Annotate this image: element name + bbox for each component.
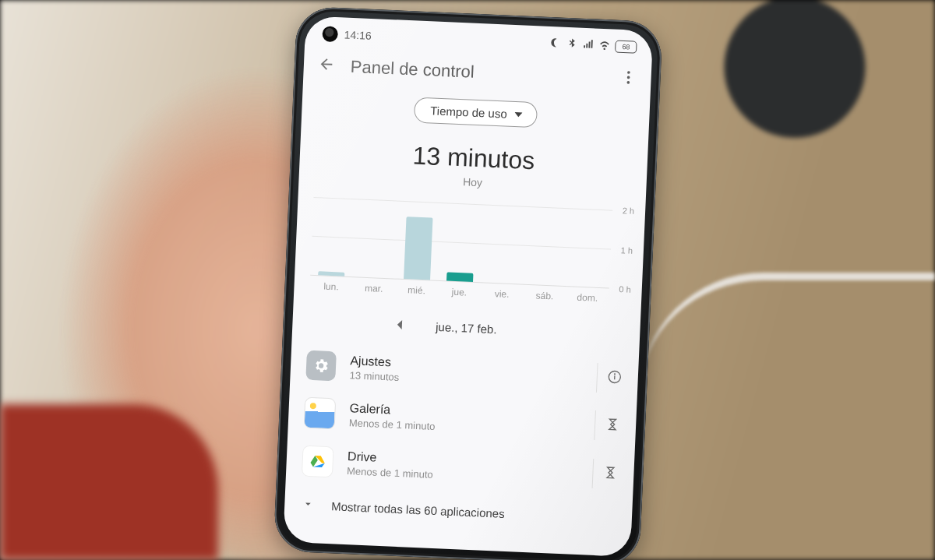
svg-point-2 <box>626 81 630 84</box>
chart-x-tick: vie. <box>481 287 524 300</box>
usage-chart[interactable]: 0 h1 h2 h <box>310 197 634 290</box>
battery-icon: 68 <box>615 41 637 54</box>
show-all-apps-label: Mostrar todas las 60 aplicaciones <box>331 499 505 520</box>
chevron-down-icon <box>302 498 315 513</box>
chart-bar[interactable] <box>574 287 601 287</box>
overflow-menu-button[interactable] <box>619 69 637 90</box>
status-time: 14:16 <box>344 28 372 42</box>
metric-selector-label: Tiempo de uso <box>430 104 507 120</box>
back-button[interactable] <box>317 55 335 76</box>
bluetooth-icon <box>566 37 578 52</box>
chart-bar[interactable] <box>489 283 516 284</box>
chart-bar[interactable] <box>404 217 432 280</box>
svg-point-0 <box>627 71 630 74</box>
hourglass-icon[interactable] <box>602 464 619 484</box>
chart-x-tick: jue. <box>438 286 481 298</box>
screen: 14:16 68 <box>283 16 653 557</box>
dnd-icon <box>549 37 562 51</box>
sleeve <box>0 404 218 560</box>
chart-y-tick: 0 h <box>619 284 631 294</box>
current-date-label: jue., 17 feb. <box>436 320 497 336</box>
battery-level: 68 <box>622 44 630 51</box>
settings-app-icon <box>305 350 337 382</box>
chart-x-tick: dom. <box>566 291 609 304</box>
chart-bar[interactable] <box>532 284 559 285</box>
drive-app-icon <box>302 446 334 478</box>
chart-bar[interactable] <box>446 272 473 281</box>
hourglass-icon[interactable] <box>605 416 621 435</box>
chart-y-tick: 1 h <box>620 245 633 255</box>
metric-selector[interactable]: Tiempo de uso <box>413 97 538 128</box>
svg-point-1 <box>627 76 630 79</box>
page-title: Panel de control <box>350 57 475 83</box>
wifi-icon <box>598 39 611 54</box>
phone: 14:16 68 <box>273 6 663 560</box>
chart-bar[interactable] <box>319 271 345 276</box>
info-icon[interactable] <box>606 369 623 389</box>
chart-x-tick: lun. <box>309 280 352 293</box>
prev-day-button[interactable] <box>395 319 405 333</box>
svg-point-5 <box>615 374 616 375</box>
chart-x-tick: mar. <box>352 282 395 294</box>
chart-x-tick: sáb. <box>523 290 566 302</box>
dropdown-icon <box>514 107 523 121</box>
signal-icon <box>582 38 595 53</box>
gallery-app-icon <box>304 397 337 430</box>
chart-y-tick: 2 h <box>623 206 635 216</box>
status-icons: 68 <box>549 37 637 55</box>
chart-x-tick: mié. <box>395 284 438 297</box>
app-usage-list: Ajustes13 minutosGaleríaMenos de 1 minut… <box>285 341 639 499</box>
chart-bar[interactable] <box>361 277 387 278</box>
